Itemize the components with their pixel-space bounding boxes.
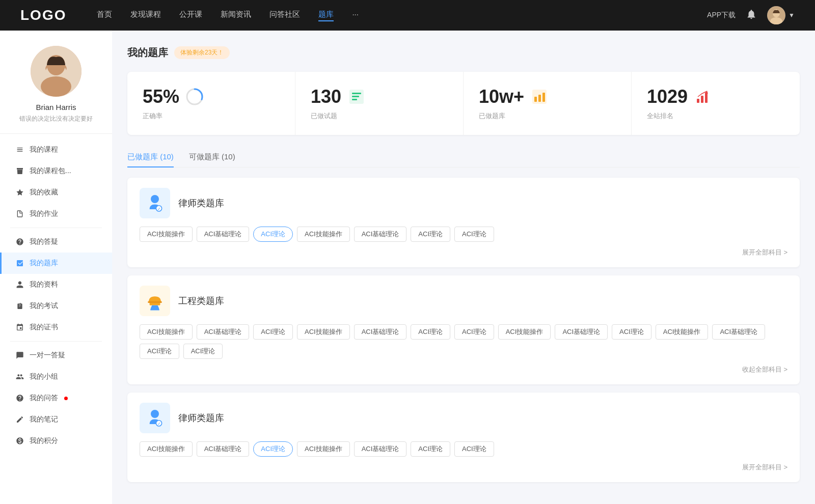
tag-1-11[interactable]: ACI基础理论 [712, 324, 765, 340]
package-icon [15, 166, 24, 176]
sidebar-item-exam[interactable]: 我的考试 [0, 295, 112, 317]
sidebar-item-questions[interactable]: 我的问答 [0, 387, 112, 409]
sidebar-item-qa[interactable]: 我的答疑 [0, 231, 112, 253]
svg-rect-14 [538, 95, 541, 102]
sidebar-menu: 我的课程 我的课程包... 我的收藏 我的作业 [0, 139, 112, 452]
logo[interactable]: LOGO [20, 7, 66, 23]
homework-icon [15, 209, 24, 218]
sidebar-item-points[interactable]: 我的积分 [0, 430, 112, 452]
sidebar-item-qbank[interactable]: 我的题库 [0, 253, 112, 274]
user-avatar-button[interactable]: ▼ [767, 6, 795, 24]
stat-label-banks: 已做题库 [479, 111, 616, 121]
tag-0-3[interactable]: ACI技能操作 [297, 227, 350, 242]
tag-0-4[interactable]: ACI基础理论 [354, 227, 407, 242]
stats-row: 55% 正确率 130 [127, 72, 800, 135]
stat-questions: 130 已做试题 [295, 72, 464, 135]
qbank-footer-2: 展开全部科目 > [140, 463, 787, 472]
sidebar-profile: Brian Harris 错误的决定比没有决定要好 [0, 46, 112, 134]
stat-value-banks: 10w+ [479, 86, 524, 107]
qbank-footer-0: 展开全部科目 > [140, 248, 787, 257]
tag-0-2[interactable]: ACI理论 [253, 227, 293, 242]
qbank-header-1: 工程类题库 [140, 286, 787, 316]
header: LOGO 首页 发现课程 公开课 新闻资讯 问答社区 题库 ··· APP下载 … [0, 0, 815, 31]
header-right: APP下载 ▼ [707, 6, 795, 24]
nav-home[interactable]: 首页 [97, 10, 112, 21]
tag-0-5[interactable]: ACI理论 [411, 227, 450, 242]
nav-discover[interactable]: 发现课程 [130, 10, 161, 21]
sidebar-item-package[interactable]: 我的课程包... [0, 160, 112, 182]
stat-label-questions: 已做试题 [311, 111, 448, 121]
tag-1-4[interactable]: ACI基础理论 [354, 324, 407, 340]
tag-1-3[interactable]: ACI技能操作 [297, 324, 350, 340]
nav-more[interactable]: ··· [352, 10, 359, 21]
notification-button[interactable] [746, 9, 757, 22]
notification-dot [64, 397, 68, 400]
sidebar-item-notes[interactable]: 我的笔记 [0, 409, 112, 430]
tag-0-0[interactable]: ACI技能操作 [140, 227, 193, 242]
tab-done[interactable]: 已做题库 (10) [127, 147, 174, 167]
svg-text:✓: ✓ [157, 422, 161, 426]
collapse-link-1[interactable]: 收起全部科目 > [742, 365, 787, 374]
stat-value-rank: 1029 [647, 86, 688, 107]
sidebar-item-homework[interactable]: 我的作业 [0, 203, 112, 225]
sidebar-item-tutor[interactable]: 一对一答疑 [0, 345, 112, 366]
sidebar-item-cert[interactable]: 我的证书 [0, 317, 112, 338]
qbank-header-0: ✓ 律师类题库 [140, 188, 787, 218]
svg-point-20 [151, 195, 159, 203]
stat-top-questions: 130 [311, 86, 448, 107]
qa-icon [15, 237, 24, 246]
svg-point-26 [151, 410, 159, 418]
avatar [767, 6, 785, 24]
nav-qbank[interactable]: 题库 [318, 10, 334, 21]
svg-rect-16 [697, 99, 699, 103]
tag-1-5[interactable]: ACI理论 [411, 324, 450, 340]
tag-2-2[interactable]: ACI理论 [253, 441, 293, 457]
tabs-row: 已做题库 (10) 可做题库 (10) [127, 147, 800, 167]
nav-qa[interactable]: 问答社区 [269, 10, 300, 21]
tab-available[interactable]: 可做题库 (10) [189, 147, 235, 167]
tag-1-2[interactable]: ACI理论 [253, 324, 293, 340]
tag-2-5[interactable]: ACI理论 [411, 441, 450, 457]
tag-2-6[interactable]: ACI理论 [454, 441, 494, 457]
question-icon [15, 394, 24, 403]
tag-1-12[interactable]: ACI理论 [140, 344, 179, 359]
expand-link-0[interactable]: 展开全部科目 > [742, 248, 787, 257]
rank-icon [694, 88, 712, 106]
main-nav: 首页 发现课程 公开课 新闻资讯 问答社区 题库 ··· [97, 10, 707, 21]
stat-top-rank: 1029 [647, 86, 784, 107]
page-header: 我的题库 体验剩余23天！ [127, 46, 800, 60]
nav-opencourse[interactable]: 公开课 [179, 10, 202, 21]
qbank-card-2: ✓ 律师类题库 ACI技能操作 ACI基础理论 ACI理论 ACI技能操作 AC… [127, 393, 800, 482]
svg-text:✓: ✓ [157, 207, 161, 211]
tag-0-1[interactable]: ACI基础理论 [197, 227, 250, 242]
tag-1-6[interactable]: ACI理论 [454, 324, 494, 340]
tag-1-13[interactable]: ACI理论 [183, 344, 223, 359]
sidebar-item-favorites[interactable]: 我的收藏 [0, 182, 112, 203]
tag-1-8[interactable]: ACI基础理论 [555, 324, 608, 340]
sidebar-item-group[interactable]: 我的小组 [0, 366, 112, 387]
tag-1-7[interactable]: ACI技能操作 [498, 324, 551, 340]
profile-name: Brian Harris [36, 103, 76, 111]
qbank-icon-lawyer2: ✓ [140, 403, 170, 433]
tag-1-0[interactable]: ACI技能操作 [140, 324, 193, 340]
nav-news[interactable]: 新闻资讯 [221, 10, 251, 21]
tag-1-1[interactable]: ACI基础理论 [197, 324, 250, 340]
qbank-list: ✓ 律师类题库 ACI技能操作 ACI基础理论 ACI理论 ACI技能操作 AC… [127, 178, 800, 482]
app-download-btn[interactable]: APP下载 [707, 11, 736, 20]
expand-link-2[interactable]: 展开全部科目 > [742, 463, 787, 472]
tag-0-6[interactable]: ACI理论 [454, 227, 494, 242]
trial-badge: 体验剩余23天！ [174, 46, 230, 59]
qbank-tags-0: ACI技能操作 ACI基础理论 ACI理论 ACI技能操作 ACI基础理论 AC… [140, 227, 787, 242]
qbank-card-0: ✓ 律师类题库 ACI技能操作 ACI基础理论 ACI理论 ACI技能操作 AC… [127, 178, 800, 267]
stat-banks: 10w+ 已做题库 [464, 72, 632, 135]
qbank-tags-1: ACI技能操作 ACI基础理论 ACI理论 ACI技能操作 ACI基础理论 AC… [140, 324, 787, 359]
sidebar-item-profile[interactable]: 我的资料 [0, 274, 112, 295]
tag-2-0[interactable]: ACI技能操作 [140, 441, 193, 457]
tag-2-1[interactable]: ACI基础理论 [197, 441, 250, 457]
qbank-card-1: 工程类题库 ACI技能操作 ACI基础理论 ACI理论 ACI技能操作 ACI基… [127, 275, 800, 384]
tag-2-4[interactable]: ACI基础理论 [354, 441, 407, 457]
tag-2-3[interactable]: ACI技能操作 [297, 441, 350, 457]
tag-1-10[interactable]: ACI技能操作 [656, 324, 709, 340]
tag-1-9[interactable]: ACI理论 [612, 324, 651, 340]
sidebar-item-course[interactable]: 我的课程 [0, 139, 112, 160]
